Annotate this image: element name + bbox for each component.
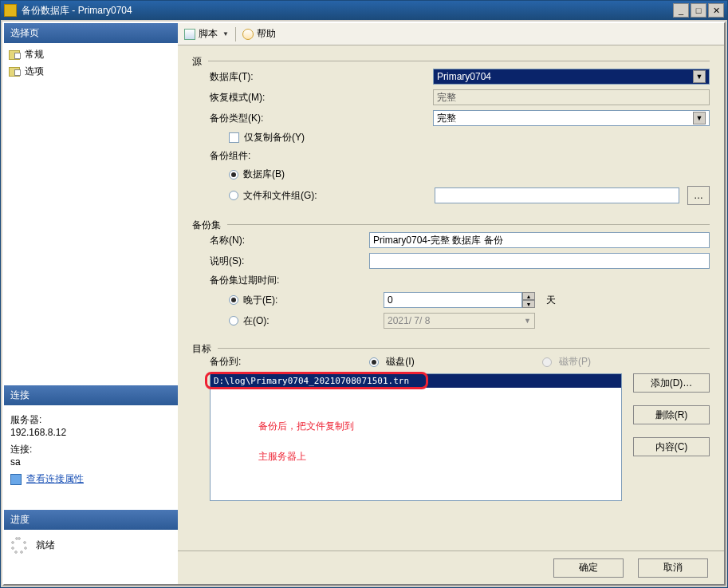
close-button[interactable]: ✕	[708, 3, 724, 18]
chevron-down-icon: ▼	[693, 112, 706, 124]
destination-legend: 目标	[192, 342, 211, 356]
app-icon	[4, 4, 17, 17]
right-pane: 脚本 ▼ 帮助 源 数据库(T): Primary0704	[178, 23, 724, 584]
expire-on-label: 在(O):	[243, 314, 384, 328]
titlebar: 备份数据库 - Primary0704 _ □ ✕	[1, 1, 727, 20]
contents-button[interactable]: 内容(C)	[633, 437, 710, 456]
nav-options-label: 选项	[25, 65, 44, 78]
help-button[interactable]: 帮助	[257, 27, 276, 41]
ok-button[interactable]: 确定	[553, 558, 624, 578]
expire-after-label: 晚于(E):	[243, 294, 384, 307]
minimize-button[interactable]: _	[673, 3, 689, 18]
dialog-footer: 确定 取消	[178, 551, 724, 584]
component-database-radio[interactable]	[229, 170, 238, 180]
destination-fieldset: 目标 备份到: 磁盘(I) 磁带(P)	[192, 342, 710, 506]
script-button[interactable]: 脚本	[199, 27, 218, 41]
backup-to-tape-label: 磁带(P)	[559, 356, 591, 367]
nav-general-label: 常规	[25, 48, 44, 61]
database-label: 数据库(T):	[210, 70, 433, 84]
cancel-button[interactable]: 取消	[638, 558, 708, 578]
progress-spinner-icon	[10, 536, 28, 554]
destination-listbox[interactable]: D:\log\Primary0704_20210708071501.trn 备份…	[210, 373, 622, 501]
expire-after-spinner[interactable]: 0 ▲▼	[384, 292, 535, 308]
backup-set-legend: 备份集	[192, 219, 221, 232]
component-database-label: 数据库(B)	[243, 168, 285, 181]
set-name-value: Primary0704-完整 数据库 备份	[373, 234, 503, 247]
backup-type-value: 完整	[437, 112, 456, 125]
backup-type-select[interactable]: 完整 ▼	[433, 110, 710, 126]
backup-to-tape-radio	[542, 357, 552, 367]
backup-set-fieldset: 备份集 名称(N): Primary0704-完整 数据库 备份 说明(S):	[192, 219, 710, 336]
page-icon	[9, 50, 20, 60]
set-name-label: 名称(N):	[210, 234, 369, 247]
filegroups-browse-button[interactable]: …	[687, 186, 710, 205]
backup-component-label: 备份组件:	[210, 149, 250, 163]
expire-after-unit: 天	[546, 294, 556, 307]
toolbar: 脚本 ▼ 帮助	[178, 23, 724, 45]
properties-icon	[10, 474, 22, 485]
recovery-model-label: 恢复模式(M):	[210, 91, 433, 105]
set-desc-label: 说明(S):	[210, 255, 369, 268]
window-title: 备份数据库 - Primary0704	[22, 4, 673, 18]
expire-after-radio[interactable]	[229, 295, 238, 305]
maximize-button[interactable]: □	[691, 3, 706, 18]
chevron-down-icon: ▼	[524, 317, 531, 325]
left-pane: 选择页 常规 选项 连接 服务器: 192.168.8.12 连	[4, 23, 178, 584]
set-desc-input[interactable]	[369, 253, 710, 269]
page-icon	[9, 67, 20, 77]
conn-label: 连接:	[10, 443, 171, 456]
expire-after-value: 0	[388, 294, 393, 306]
expire-on-value: 2021/ 7/ 8	[388, 315, 430, 326]
filegroups-input[interactable]	[435, 187, 679, 203]
expire-on-radio[interactable]	[229, 316, 238, 326]
server-label: 服务器:	[10, 413, 171, 427]
view-connection-properties-link[interactable]: 查看连接属性	[26, 472, 84, 486]
script-icon	[184, 29, 195, 40]
dialog-window: 备份数据库 - Primary0704 _ □ ✕ 选择页 常规 选项	[0, 0, 728, 588]
backup-type-label: 备份类型(K):	[210, 112, 433, 125]
component-filegroups-radio[interactable]	[229, 191, 238, 200]
dropdown-arrow-icon[interactable]: ▼	[222, 30, 229, 37]
progress-status: 就绪	[36, 539, 55, 552]
spin-down-icon[interactable]: ▼	[522, 300, 535, 308]
connection-header: 连接	[4, 385, 178, 405]
database-select[interactable]: Primary0704 ▼	[433, 69, 710, 85]
backup-to-disk-radio[interactable]	[369, 357, 379, 367]
component-filegroups-label: 文件和文件组(G):	[243, 189, 435, 203]
backup-to-disk-label: 磁盘(I)	[386, 356, 414, 367]
expire-on-date: 2021/ 7/ 8 ▼	[384, 313, 535, 329]
source-legend: 源	[192, 55, 202, 69]
annotation-text: 备份后，把文件复制到 主服务器上	[258, 409, 354, 470]
annotation-highlight	[205, 372, 428, 389]
remove-destination-button[interactable]: 删除(R)	[633, 405, 710, 424]
recovery-model-value: 完整	[433, 89, 710, 105]
conn-value: sa	[10, 456, 171, 468]
set-name-input[interactable]: Primary0704-完整 数据库 备份	[369, 232, 710, 248]
database-select-value: Primary0704	[437, 71, 491, 82]
copy-only-checkbox[interactable]	[229, 132, 239, 143]
separator	[235, 27, 236, 41]
copy-only-label: 仅复制备份(Y)	[244, 131, 305, 144]
select-page-header: 选择页	[4, 23, 178, 43]
expire-label: 备份集过期时间:	[210, 274, 279, 287]
source-fieldset: 源 数据库(T): Primary0704 ▼ 恢复模式(M): 完整	[192, 55, 710, 212]
spin-up-icon[interactable]: ▲	[522, 292, 535, 300]
nav-general[interactable]: 常规	[9, 46, 173, 63]
add-destination-button[interactable]: 添加(D)…	[633, 373, 710, 393]
nav-options[interactable]: 选项	[9, 63, 173, 80]
chevron-down-icon: ▼	[693, 70, 706, 83]
help-icon	[242, 29, 254, 40]
backup-to-label: 备份到:	[210, 355, 369, 369]
progress-header: 进度	[4, 510, 178, 530]
server-value: 192.168.8.12	[10, 427, 171, 438]
